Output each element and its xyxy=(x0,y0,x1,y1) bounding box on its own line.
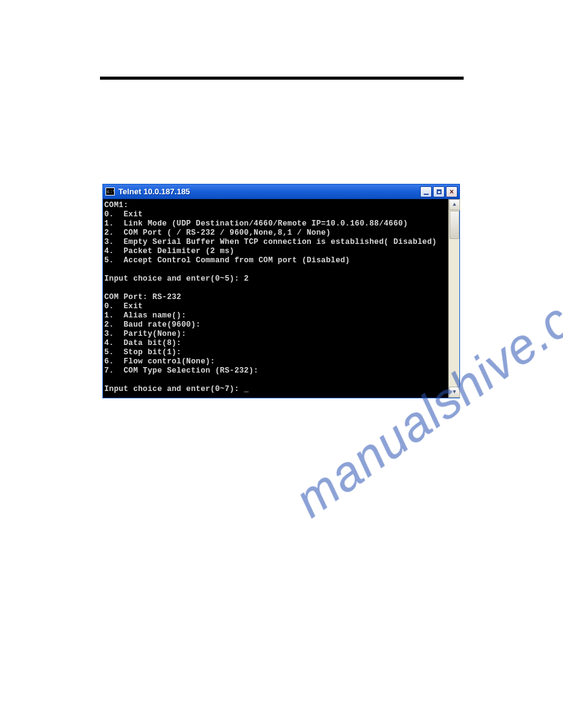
horizontal-rule xyxy=(100,77,464,80)
minimize-button[interactable] xyxy=(420,186,432,197)
terminal-line: Input choice and enter(0~5): 2 xyxy=(104,275,249,283)
terminal-line: 5. Accept Control Command from COM port … xyxy=(104,256,350,265)
telnet-window: c:\ Telnet 10.0.187.185 × COM1: 0. Exit … xyxy=(102,184,460,398)
terminal-line: 0. Exit xyxy=(104,210,143,219)
cmd-icon-label: c:\ xyxy=(107,189,115,194)
terminal-line: 3. Empty Serial Buffer When TCP connecti… xyxy=(104,238,437,246)
cmd-icon: c:\ xyxy=(105,188,115,195)
minimize-icon xyxy=(424,194,429,195)
terminal-line: 7. COM Type Selection (RS-232): xyxy=(104,366,258,375)
terminal-line: 2. COM Port ( / RS-232 / 9600,None,8,1 /… xyxy=(104,229,331,237)
scroll-track[interactable] xyxy=(449,210,459,387)
terminal-line: 4. Data bit(8): xyxy=(104,339,182,347)
close-icon: × xyxy=(450,188,454,195)
scroll-down-button[interactable]: ▼ xyxy=(449,387,460,398)
maximize-icon xyxy=(437,189,442,194)
terminal-line: COM1: xyxy=(104,201,128,210)
scroll-up-button[interactable]: ▲ xyxy=(449,199,460,210)
terminal-line: COM Port: RS-232 xyxy=(104,293,182,301)
terminal-body[interactable]: COM1: 0. Exit 1. Link Mode (UDP Destinat… xyxy=(103,199,459,398)
terminal-line: 6. Flow control(None): xyxy=(104,357,215,366)
terminal-line: 3. Parity(None): xyxy=(104,330,186,338)
terminal-line: 5. Stop bit(1): xyxy=(104,348,182,357)
terminal-output: COM1: 0. Exit 1. Link Mode (UDP Destinat… xyxy=(103,201,448,394)
window-title: Telnet 10.0.187.185 xyxy=(118,187,420,196)
terminal-line: 4. Packet Delimiter (2 ms) xyxy=(104,247,234,256)
close-button[interactable]: × xyxy=(446,186,458,197)
terminal-line: 1. Link Mode (UDP Destination/4660/Remot… xyxy=(104,219,408,228)
document-page: c:\ Telnet 10.0.187.185 × COM1: 0. Exit … xyxy=(0,0,563,728)
terminal-line: Input choice and enter(0~7): _ xyxy=(104,385,249,393)
window-buttons: × xyxy=(420,186,459,197)
terminal-line: 2. Baud rate(9600): xyxy=(104,320,201,329)
terminal-line: 1. Alias name(): xyxy=(104,311,186,320)
window-titlebar[interactable]: c:\ Telnet 10.0.187.185 × xyxy=(103,184,459,199)
scroll-thumb[interactable] xyxy=(450,211,459,239)
vertical-scrollbar[interactable]: ▲ ▼ xyxy=(448,199,459,398)
terminal-line: 0. Exit xyxy=(104,302,143,311)
maximize-button[interactable] xyxy=(433,186,445,197)
